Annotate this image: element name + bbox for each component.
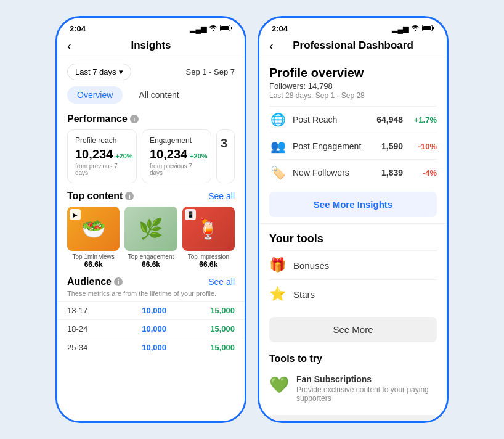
top-content-title: Top content i [67,191,134,202]
dash-header: ‹ Professional Dashboard [259,36,447,57]
back-button[interactable]: ‹ [67,39,71,53]
svg-rect-3 [423,26,431,30]
post-reach-label: Post Reach [293,115,366,125]
metric-value-row-engagement: 10,234 +20% [150,147,203,162]
metric-value-engagement: 10,234 [150,147,187,162]
filter-row: Last 7 days ▾ Sep 1 - Sep 7 [57,57,245,86]
thumbnail-0: ▶ 🥗 Top 1min views 66.6k [67,207,120,269]
audience-see-all[interactable]: See all [208,277,235,287]
post-reach-change: +1.7% [409,115,437,125]
age-13-17: 13-17 [67,306,98,315]
thumb-count-2: 66.6k [182,260,235,269]
thumb-img-1: 🌿 [124,207,177,251]
tool-row-stars[interactable]: ⭐ Stars [269,279,437,308]
audience-sub: These metrics are from the lifetime of y… [57,290,245,301]
right-time: 2:04 [272,24,288,33]
right-status-bar: 2:04 ▂▄▆ [259,18,447,36]
stars-label: Stars [293,289,315,300]
tool-row-bonuses[interactable]: 🎁 Bonuses [269,250,437,279]
tab-overview[interactable]: Overview [67,86,123,104]
left-status-icons: ▂▄▆ [190,25,232,33]
your-tools-title: Your tools [269,232,437,245]
age-13-17-val2: 15,000 [210,306,235,315]
date-range-label: Sep 1 - Sep 7 [186,67,235,76]
thumb-img-2: 📱 🍹 [182,207,235,251]
dash-back-button[interactable]: ‹ [269,39,274,53]
metric-sub-engagement: from previous 7 days [150,163,203,176]
age-25-34-val2: 15,000 [210,343,235,352]
fan-subscriptions-info: Fan Subscriptions Provide exclusive cont… [296,374,437,403]
right-status-icons: ▂▄▆ [392,25,434,33]
thumb-count-0: 66.6k [67,260,120,269]
battery-icon [220,25,232,33]
tabs-row: Overview All content [57,86,245,110]
top-content-see-all[interactable]: See all [208,191,235,201]
signal-icon: ▂▄▆ [190,25,206,33]
stat-row-post-reach: 🌐 Post Reach 64,948 +1.7% [269,106,437,133]
right-phone-content: ‹ Professional Dashboard Profile overvie… [259,36,447,421]
post-engagement-value: 1,590 [372,141,403,151]
stat-row-post-engagement: 👥 Post Engagement 1,590 -10% [269,133,437,159]
audience-info-icon[interactable]: i [114,277,123,286]
audience-row-1: 18-24 10,000 15,000 [57,319,245,338]
thumb-label-1: Top engagement [124,253,177,260]
thumbnail-1: 🌿 Top engagement 66.6k [124,207,177,269]
svg-rect-1 [221,26,229,30]
wifi-icon [209,25,217,33]
metric-card-reach: Profile reach 10,234 +20% from previous … [67,129,137,183]
fan-subscriptions-desc: Provide exclusive content to your paying… [296,385,437,403]
post-engagement-change: -10% [409,142,437,151]
followers-line: Followers: 14,798 [269,81,437,91]
wifi-icon-right [411,25,420,33]
your-tools-see-more-button[interactable]: See More [269,317,437,342]
tools-to-try-see-more-button[interactable]: See More [269,415,437,421]
tab-all-content[interactable]: All content [129,86,189,104]
age-13-17-val1: 10,000 [142,306,166,315]
profile-overview-title: Profile overview [269,66,437,80]
video-icon: ▶ [70,209,81,220]
audience-row-0: 13-17 10,000 15,000 [57,301,245,319]
insights-header: ‹ Insights [57,36,245,57]
reel-icon: 📱 [185,209,196,220]
audience-header: Audience i See all [57,269,245,290]
age-18-24-val2: 15,000 [210,324,235,334]
profile-overview-section: Profile overview Followers: 14,798 Last … [259,57,447,224]
age-25-34-val1: 10,000 [142,343,166,352]
metric-label-reach: Profile reach [75,136,129,145]
metric-label-engagement: Engagement [150,136,203,145]
date-filter-dropdown[interactable]: Last 7 days ▾ [67,64,131,80]
age-25-34: 25-34 [67,343,98,352]
top-content-header: Top content i See all [57,183,245,207]
stars-icon: ⭐ [269,286,286,302]
left-phone: 2:04 ▂▄▆ [55,16,246,423]
left-phone-content: ‹ Insights Last 7 days ▾ Sep 1 - Sep 7 O… [57,36,245,421]
top-content-info-icon[interactable]: i [125,192,134,200]
age-18-24: 18-24 [67,324,98,334]
bonuses-label: Bonuses [293,260,329,271]
performance-info-icon[interactable]: i [130,115,139,123]
audience-section-title: Audience i [67,276,123,287]
new-followers-icon: 🏷️ [269,165,287,180]
metric-change-engagement: +20% [190,152,207,160]
new-followers-label: New Followers [293,168,366,178]
fan-subscriptions-name: Fan Subscriptions [296,374,437,384]
age-18-24-val1: 10,000 [142,324,166,334]
fan-subscriptions-icon: 💚 [269,375,289,395]
try-tool-fan-subscriptions: 💚 Fan Subscriptions Provide exclusive co… [269,369,437,408]
metric-sub-reach: from previous 7 days [75,163,129,176]
post-engagement-label: Post Engagement [293,141,366,151]
thumbnail-2: 📱 🍹 Top impression 66.6k [182,207,235,269]
left-time: 2:04 [70,24,86,33]
post-reach-icon: 🌐 [269,112,287,127]
phones-container: 2:04 ▂▄▆ [55,16,449,423]
metric-card-engagement: Engagement 10,234 +20% from previous 7 d… [142,129,211,183]
thumb-img-0: ▶ 🥗 [67,207,120,251]
last-days-line: Last 28 days: Sep 1 - Sep 28 [269,91,437,100]
page-title: Insights [131,39,171,52]
see-more-insights-button[interactable]: See More Insights [269,192,437,217]
battery-icon-right [422,25,434,33]
signal-icon-right: ▂▄▆ [392,25,408,33]
post-reach-value: 64,948 [372,115,403,125]
metric-card-partial: 3 [216,129,235,183]
thumb-label-0: Top 1min views [67,253,120,260]
